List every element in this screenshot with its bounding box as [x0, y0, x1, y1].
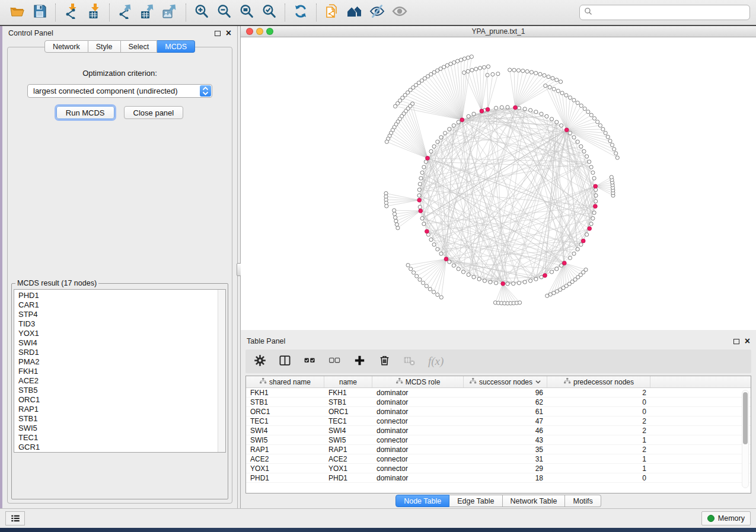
column-header-shared-name[interactable]: shared name [246, 376, 324, 387]
mcds-result-item[interactable]: CAR1 [18, 300, 216, 310]
zoom-selected-button[interactable] [258, 3, 280, 22]
zoom-out-button[interactable] [213, 3, 235, 22]
mcds-result-item[interactable]: STB5 [18, 386, 216, 395]
cell-name[interactable]: PHD1 [324, 474, 372, 482]
show-columns-button[interactable] [279, 354, 291, 369]
column-header-successor-nodes[interactable]: successor nodes [464, 376, 547, 387]
tab-network-table[interactable]: Network Table [503, 495, 566, 507]
delete-columns-button[interactable] [378, 354, 391, 369]
open-file-button[interactable] [6, 3, 28, 22]
import-network-button[interactable] [60, 3, 82, 22]
cell-predecessor-nodes[interactable]: 0 [547, 474, 650, 482]
table-row[interactable]: FKH1FKH1dominator962 [246, 388, 751, 398]
mcds-result-item[interactable]: SRD1 [18, 348, 216, 357]
cell-name[interactable]: TEC1 [324, 417, 372, 425]
cell-shared-name[interactable]: PHD1 [246, 474, 324, 482]
cell-MCDS-role[interactable]: connector [372, 417, 464, 425]
table-row[interactable]: SWI5SWI5connector431 [246, 435, 751, 445]
refresh-network-button[interactable] [289, 3, 312, 22]
table-row[interactable]: STB1STB1dominator620 [246, 398, 751, 407]
task-history-button[interactable] [5, 511, 25, 525]
zoom-in-button[interactable] [190, 3, 213, 22]
tab-network[interactable]: Network [44, 40, 88, 53]
horizontal-splitter[interactable] [241, 330, 756, 334]
cell-successor-nodes[interactable]: 29 [464, 464, 547, 473]
close-panel-button[interactable]: Close panel [124, 106, 184, 119]
cell-MCDS-role[interactable]: dominator [372, 408, 464, 416]
table-row[interactable]: RAP1RAP1dominator352 [246, 445, 751, 454]
cell-shared-name[interactable]: FKH1 [246, 389, 324, 397]
cell-MCDS-role[interactable]: dominator [372, 389, 464, 397]
cell-shared-name[interactable]: STB1 [246, 398, 324, 406]
graphics-details-button[interactable] [388, 3, 411, 22]
cell-shared-name[interactable]: YOX1 [246, 464, 324, 473]
cell-successor-nodes[interactable]: 43 [464, 436, 547, 444]
tab-mcds[interactable]: MCDS [157, 40, 195, 53]
table-row[interactable]: PHD1PHD1dominator180 [246, 473, 751, 483]
table-row[interactable]: SWI4SWI4dominator462 [246, 426, 751, 435]
table-row[interactable]: ACE2ACE2connector311 [246, 454, 751, 464]
cell-MCDS-role[interactable]: dominator [372, 474, 464, 482]
network-window-titlebar[interactable]: YPA_prune.txt_1 [241, 26, 756, 37]
cell-successor-nodes[interactable]: 18 [464, 474, 547, 482]
mcds-result-list[interactable]: PHD1CAR1STP4TID3YOX1SWI4SRD1PMA2FKH1ACE2… [14, 289, 226, 453]
export-network-button[interactable] [114, 3, 136, 22]
cell-successor-nodes[interactable]: 61 [464, 408, 547, 416]
mcds-result-item[interactable]: PHD1 [18, 291, 216, 300]
cell-name[interactable]: ACE2 [324, 455, 372, 463]
cell-name[interactable]: RAP1 [324, 446, 372, 454]
cell-shared-name[interactable]: ORC1 [246, 408, 324, 416]
cell-successor-nodes[interactable]: 96 [464, 389, 547, 397]
column-header-predecessor-nodes[interactable]: predecessor nodes [547, 376, 650, 387]
cell-predecessor-nodes[interactable]: 0 [547, 408, 650, 416]
mcds-result-item[interactable]: ACE2 [18, 376, 216, 386]
scrollbar-thumb[interactable] [743, 392, 748, 444]
close-table-panel-icon[interactable]: × [745, 338, 750, 344]
mcds-result-item[interactable]: SWI5 [18, 424, 216, 433]
unselect-all-columns-button[interactable] [328, 354, 341, 369]
column-header-name[interactable]: name [324, 376, 372, 387]
cell-MCDS-role[interactable]: connector [372, 436, 464, 444]
memory-button[interactable]: Memory [701, 511, 751, 525]
table-row[interactable]: YOX1YOX1connector291 [246, 464, 751, 473]
cell-predecessor-nodes[interactable]: 2 [547, 427, 650, 435]
create-column-button[interactable] [353, 354, 366, 369]
mcds-result-item[interactable]: TEC1 [18, 433, 216, 443]
cell-name[interactable]: ORC1 [324, 408, 372, 416]
cell-predecessor-nodes[interactable]: 2 [547, 417, 650, 425]
export-table-button[interactable] [136, 3, 159, 22]
tab-node-table[interactable]: Node Table [395, 495, 449, 507]
window-minimize-icon[interactable] [256, 28, 263, 35]
zoom-fit-button[interactable] [235, 3, 258, 22]
mcds-result-item[interactable]: STP4 [18, 310, 216, 319]
cell-successor-nodes[interactable]: 62 [464, 398, 547, 406]
network-canvas[interactable] [241, 37, 756, 330]
cell-MCDS-role[interactable]: dominator [372, 427, 464, 435]
cell-shared-name[interactable]: SWI5 [246, 436, 324, 444]
tab-motifs[interactable]: Motifs [565, 495, 601, 507]
cell-name[interactable]: STB1 [324, 398, 372, 406]
list-scrollbar[interactable] [218, 290, 225, 452]
window-close-icon[interactable] [246, 28, 253, 35]
cell-MCDS-role[interactable]: connector [372, 455, 464, 463]
cell-predecessor-nodes[interactable]: 2 [547, 446, 650, 454]
mcds-result-item[interactable]: RAP1 [18, 405, 216, 414]
cell-shared-name[interactable]: TEC1 [246, 417, 324, 425]
clone-network-button[interactable] [321, 3, 343, 22]
run-mcds-button[interactable]: Run MCDS [56, 106, 114, 119]
cell-successor-nodes[interactable]: 31 [464, 455, 547, 463]
select-all-columns-button[interactable] [304, 354, 316, 369]
cell-name[interactable]: SWI5 [324, 436, 372, 444]
cell-name[interactable]: FKH1 [324, 389, 372, 397]
cell-name[interactable]: YOX1 [324, 464, 372, 473]
mcds-result-item[interactable]: TID3 [18, 319, 216, 329]
mcds-result-item[interactable]: PMA2 [18, 357, 216, 367]
export-image-button[interactable] [159, 3, 181, 22]
cell-predecessor-nodes[interactable]: 0 [547, 398, 650, 406]
table-row[interactable]: ORC1ORC1dominator610 [246, 407, 751, 416]
cell-MCDS-role[interactable]: connector [372, 464, 464, 473]
close-panel-icon[interactable]: × [226, 30, 231, 36]
mcds-result-item[interactable]: STB1 [18, 414, 216, 424]
search-box[interactable] [579, 5, 750, 20]
save-session-button[interactable] [28, 3, 51, 22]
